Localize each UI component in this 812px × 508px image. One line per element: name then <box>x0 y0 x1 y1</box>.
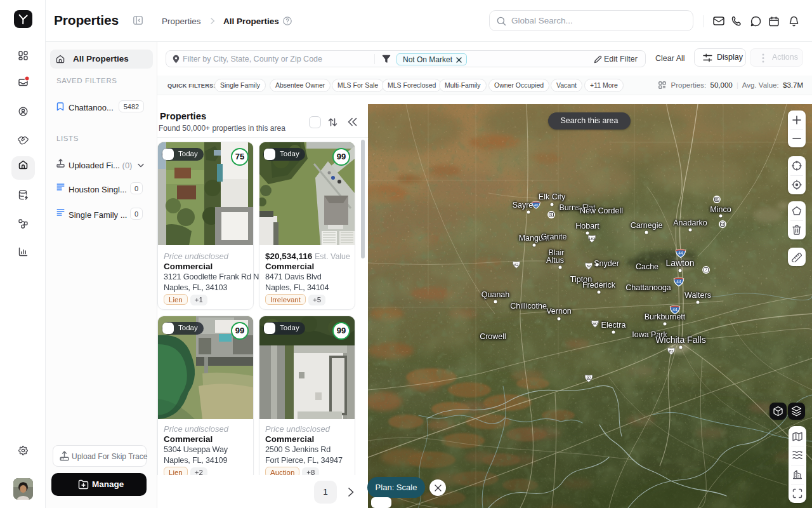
svg-text:44: 44 <box>678 251 683 255</box>
svg-text:44: 44 <box>676 279 681 284</box>
svg-text:82: 82 <box>669 349 674 353</box>
svg-text:62: 62 <box>587 264 591 268</box>
svg-text:44: 44 <box>672 307 678 312</box>
svg-text:40: 40 <box>534 203 538 207</box>
svg-text:183: 183 <box>589 236 596 241</box>
svg-text:62: 62 <box>514 263 519 267</box>
svg-text:81: 81 <box>721 222 724 226</box>
svg-text:82: 82 <box>586 376 591 380</box>
svg-text:81: 81 <box>715 197 719 201</box>
svg-text:287: 287 <box>592 322 598 326</box>
